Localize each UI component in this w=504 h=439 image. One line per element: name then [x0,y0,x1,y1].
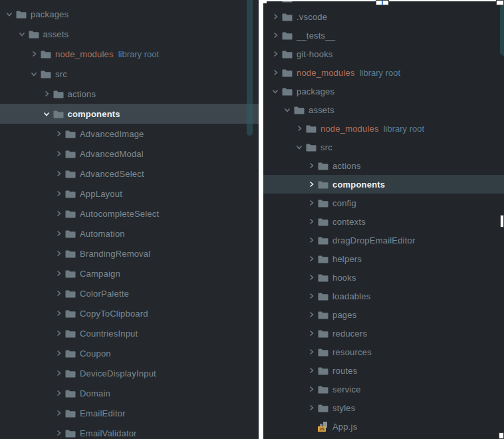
tree-row[interactable]: node_moduleslibrary root [263,119,504,138]
selection-handle-middle-right[interactable] [500,215,504,227]
tree-row[interactable]: AdvancedSelect [0,164,259,184]
chevron-right-icon[interactable] [55,249,63,257]
chevron-right-icon[interactable] [271,69,279,76]
chevron-right-icon[interactable] [307,162,315,170]
scrollbar-thumb[interactable] [247,0,253,136]
tree-row[interactable]: config [263,194,504,212]
selection-handle-bottom-left[interactable] [259,432,263,439]
chevron-right-icon[interactable] [271,13,279,21]
tree-row[interactable]: .vscode [263,7,504,26]
chevron-right-icon[interactable] [307,292,315,300]
chevron-right-icon[interactable] [295,124,303,132]
tree-row[interactable]: src [263,138,504,156]
chevron-right-icon[interactable] [307,255,315,263]
tree-row[interactable]: packages [0,4,259,24]
tree-row[interactable]: JSApp.js [263,417,504,436]
selection-handle-middle-left[interactable] [259,214,263,227]
chevron-right-icon[interactable] [271,50,279,58]
tree-row[interactable]: packages [263,82,504,100]
tree-row[interactable]: routes [263,361,504,380]
tree-row[interactable]: loadables [263,287,504,305]
chevron-right-icon[interactable] [55,429,63,437]
tree-row[interactable]: pages [263,305,504,324]
chevron-down-icon[interactable] [43,110,51,118]
chevron-right-icon[interactable] [307,329,315,337]
chevron-right-icon[interactable] [55,329,63,337]
chevron-right-icon[interactable] [307,180,315,188]
tree-row[interactable]: actions [263,156,504,175]
tree-row[interactable]: DeviceDisplayInput [0,363,259,383]
selection-handle-bottom-right[interactable] [499,432,504,439]
chevron-right-icon[interactable] [307,311,315,319]
tree-row[interactable]: EmailValidator [0,423,259,439]
chevron-down-icon[interactable] [295,143,303,151]
tree-row-label: CountriesInput [80,329,138,339]
tree-row[interactable]: styles [263,398,504,417]
chevron-right-icon[interactable] [55,309,63,317]
chevron-right-icon[interactable] [307,273,315,281]
tree-row[interactable]: assets [263,100,504,119]
chevron-right-icon[interactable] [55,269,63,277]
tree-row[interactable]: Campaign [0,263,259,283]
tree-row[interactable]: contexts [263,212,504,231]
chevron-right-icon[interactable] [55,369,63,377]
tree-row[interactable]: components [263,175,504,194]
tree-row[interactable]: CountriesInput [0,323,259,343]
tree-row[interactable]: AppLayout [0,184,259,204]
tree-row[interactable]: Coupon [0,343,259,363]
tree-row[interactable]: reducers [263,324,504,343]
chevron-down-icon[interactable] [5,10,13,18]
tree-row[interactable]: CopyToClipboard [0,303,259,323]
chevron-right-icon[interactable] [55,389,63,397]
scrollbar-thumb[interactable] [500,3,504,56]
selection-handle-top-right[interactable] [496,0,504,5]
tree-row[interactable]: __tests__ [263,26,504,45]
chevron-right-icon[interactable] [307,348,315,356]
chevron-right-icon[interactable] [307,366,315,374]
tree-row[interactable]: BrandingRemoval [0,243,259,263]
tree-row[interactable]: Domain [0,383,259,403]
chevron-down-icon[interactable] [30,70,38,78]
chevron-right-icon[interactable] [307,199,315,207]
chevron-right-icon[interactable] [55,349,63,357]
tree-row[interactable]: EmailEditor [0,403,259,423]
chevron-right-icon[interactable] [55,150,63,158]
selection-handle-top-center[interactable] [376,0,389,5]
tree-row[interactable]: components [0,104,259,124]
chevron-right-icon[interactable] [55,130,63,138]
chevron-right-icon[interactable] [55,229,63,237]
tree-row[interactable]: src [0,64,259,84]
selection-handle-top-left[interactable] [259,0,267,3]
tree-row[interactable]: git-hooks [263,45,504,63]
chevron-down-icon[interactable] [271,87,279,95]
chevron-right-icon[interactable] [307,385,315,393]
tree-row[interactable]: helpers [263,249,504,268]
tree-row[interactable]: node_moduleslibrary root [263,63,504,82]
tree-row[interactable]: actions [0,84,259,104]
chevron-right-icon[interactable] [43,90,51,98]
chevron-right-icon[interactable] [271,31,279,39]
chevron-right-icon[interactable] [55,170,63,178]
tree-row[interactable]: AdvancedImage [0,124,259,144]
chevron-down-icon[interactable] [283,106,291,114]
chevron-down-icon[interactable] [18,30,26,38]
tree-row[interactable]: hooks [263,268,504,287]
tree-row[interactable]: service [263,380,504,398]
tree-row[interactable]: Automation [0,223,259,243]
tree-row[interactable]: resources [263,343,504,361]
tree-row[interactable]: AdvancedModal [0,144,259,164]
chevron-right-icon[interactable] [307,236,315,244]
chevron-right-icon[interactable] [55,409,63,417]
tree-row[interactable]: assets [0,24,259,44]
chevron-right-icon[interactable] [55,289,63,297]
chevron-right-icon[interactable] [307,218,315,225]
tree-row[interactable]: AutocompleteSelect [0,204,259,223]
chevron-right-icon[interactable] [55,190,63,198]
chevron-right-icon[interactable] [55,210,63,218]
tree-row[interactable]: ColorPalette [0,283,259,303]
tree-row[interactable]: node_moduleslibrary root [0,44,259,64]
chevron-right-icon[interactable] [307,404,315,412]
chevron-right-icon[interactable] [30,50,38,58]
tree-row[interactable]: dragDropEmailEditor [263,231,504,249]
tree-row-label: contexts [332,217,366,227]
